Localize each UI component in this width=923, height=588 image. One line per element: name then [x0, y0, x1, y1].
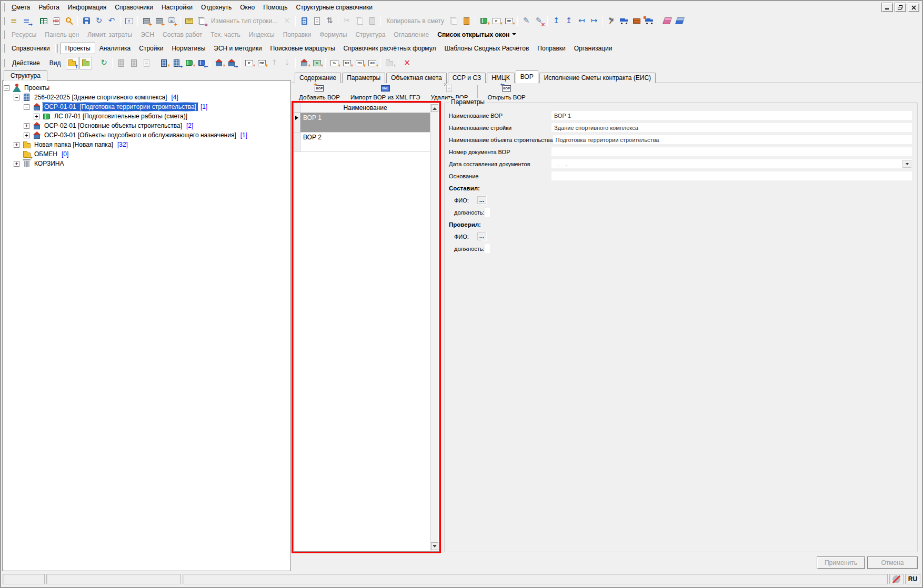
- tab-proekty[interactable]: Проекты: [61, 43, 95, 54]
- view-oglavlenie[interactable]: Оглавление: [389, 29, 433, 40]
- tree-node-ls-07-01[interactable]: +ЛС 07-01 [Подготовительные работы (смет…: [4, 111, 289, 121]
- tab-parametry[interactable]: Параметры: [342, 73, 385, 83]
- toolbar-grip[interactable]: [2, 3, 5, 12]
- add-vor-button[interactable]: ВОР+Добавить ВОР: [294, 83, 345, 101]
- view-resursy[interactable]: Ресурсы: [7, 29, 41, 40]
- copy-icon[interactable]: [353, 15, 366, 27]
- view-sostav-rabot[interactable]: Состав работ: [158, 29, 206, 40]
- undo-icon[interactable]: ↶: [105, 15, 118, 27]
- apply-button[interactable]: Применить: [817, 556, 865, 569]
- tree-node-osr-03-01[interactable]: +ОСР-03-01 [Объекты подсобного и обслужи…: [4, 130, 289, 140]
- view-formuly[interactable]: Формулы: [315, 29, 351, 40]
- search-icon[interactable]: [63, 15, 75, 27]
- menu-vid[interactable]: Вид: [45, 57, 66, 69]
- paste-to-estimate-icon[interactable]: [460, 15, 473, 27]
- field-naimenovanie-obekta-input[interactable]: Подготовка территории строительства: [553, 135, 912, 144]
- menu-nastroyki[interactable]: Настройки: [157, 2, 197, 13]
- scroll-down-icon[interactable]: [431, 542, 438, 550]
- tab-shablony-svodnyh-raschetov[interactable]: Шаблоны Сводных Расчётов: [440, 43, 533, 54]
- vor-list-column-header[interactable]: Наименование: [300, 103, 430, 113]
- field-naimenovanie-vor-input[interactable]: ВОР 1: [551, 111, 912, 120]
- catalog-blue-icon[interactable]: [673, 15, 686, 27]
- move-level-up-icon[interactable]: ↥: [550, 15, 563, 27]
- tab-ssr-i-sz[interactable]: ССР и СЗ: [448, 73, 486, 83]
- cancel-button[interactable]: Отмена: [867, 556, 918, 569]
- add-comment-icon[interactable]: +: [165, 15, 178, 27]
- menu-otdohnut[interactable]: Отдохнуть: [197, 2, 236, 13]
- building-info-icon[interactable]: [115, 57, 127, 69]
- row-selector-cell[interactable]: [294, 133, 300, 151]
- tab-stroyki[interactable]: Стройки: [135, 43, 167, 54]
- folder-view-icon[interactable]: [79, 57, 92, 69]
- tree-expander-icon[interactable]: −: [14, 95, 19, 100]
- view-spisok-otkrytyh-okon[interactable]: Список открытых окон: [433, 29, 520, 40]
- tree-node-osr-01-01[interactable]: −ОСР-01-01 [Подготовка территории строит…: [4, 102, 289, 111]
- toolbar-grip[interactable]: [55, 44, 58, 53]
- tree-expander-icon[interactable]: +: [24, 133, 29, 138]
- tree-node-korzina[interactable]: +КОРЗИНА: [4, 159, 289, 168]
- field-sostavil-fio-browse-button[interactable]: …: [477, 196, 486, 204]
- field-naimenovanie-stroyki-input[interactable]: Здание спортивного комплекса: [551, 123, 912, 132]
- export-object-estimate-icon[interactable]: →: [170, 57, 183, 69]
- field-osnovanie-input[interactable]: [551, 171, 912, 180]
- current-price-level-icon[interactable]: ПР*: [503, 15, 515, 27]
- send-estimate-icon[interactable]: [183, 15, 195, 27]
- tab-poiskovye-marshruty[interactable]: Поисковые маршруты: [266, 43, 339, 54]
- menu-smeta[interactable]: Смета: [7, 2, 34, 13]
- tab-popravki[interactable]: Поправки: [533, 43, 569, 54]
- move-structure-icon[interactable]: ≡→: [20, 15, 33, 27]
- tree-expander-icon[interactable]: −: [4, 85, 9, 91]
- menu-strukturnye-spravochniki[interactable]: Структурные справочники: [292, 2, 377, 13]
- vor-list-row[interactable]: ВОР 2: [294, 133, 430, 152]
- field-nomer-dokumenta-vor-input[interactable]: [551, 147, 912, 156]
- folder-up-icon[interactable]: ↑: [66, 57, 78, 69]
- tree-expander-icon[interactable]: +: [14, 142, 19, 148]
- tab-organizatsii[interactable]: Организации: [570, 43, 617, 54]
- tree-node-osr-02-01[interactable]: +ОСР-02-01 [Основные объекты строительст…: [4, 121, 289, 130]
- import-vor-xml-button[interactable]: XMLИмпорт ВОР из XML ГГЭ: [345, 83, 426, 101]
- move-right-icon[interactable]: ↦: [588, 15, 600, 27]
- toolbar-grip[interactable]: [2, 59, 5, 67]
- field-sostavil-dolzhnost-input[interactable]: [485, 208, 490, 217]
- tab-obektnaya-smeta[interactable]: Объектная смета: [386, 73, 447, 83]
- unlock-row-icon[interactable]: ↥: [123, 15, 135, 27]
- menu-informatsiya[interactable]: Информация: [64, 2, 111, 13]
- delivery-icon[interactable]: ▪: [643, 15, 656, 27]
- signature-clear-icon[interactable]: ✎×: [533, 15, 545, 27]
- import-estimate-icon[interactable]: ←: [195, 57, 208, 69]
- current-prices-icon[interactable]: ПР*: [255, 57, 268, 69]
- constructions-group-icon[interactable]: *: [298, 57, 310, 69]
- toolbar-grip[interactable]: [2, 17, 5, 25]
- pz-settings-icon[interactable]: ПЗ*: [353, 57, 366, 69]
- folder-settings-icon[interactable]: *: [383, 57, 396, 69]
- view-esn[interactable]: ЭСН: [136, 29, 158, 40]
- view-panel-tsen[interactable]: Панель цен: [41, 29, 83, 40]
- save-icon[interactable]: [80, 15, 93, 27]
- view-teh-chast[interactable]: Тех. часть: [206, 29, 244, 40]
- move-left-icon[interactable]: ↤: [575, 15, 588, 27]
- tree-expander-icon[interactable]: +: [24, 123, 29, 129]
- pdf-export-icon[interactable]: PDF: [50, 15, 63, 27]
- view-limit-zatraty[interactable]: Лимит. затраты: [83, 29, 136, 40]
- summary-percent-icon[interactable]: %*: [310, 57, 323, 69]
- menu-deystvie[interactable]: Действие: [7, 57, 45, 69]
- copy-structure-icon[interactable]: ▪: [195, 15, 208, 27]
- field-proveril-dolzhnost-input[interactable]: [485, 244, 490, 253]
- restore-button[interactable]: [895, 3, 906, 12]
- move-top-icon[interactable]: ↥: [563, 15, 575, 27]
- m2-settings-icon[interactable]: М2*: [340, 57, 353, 69]
- move-up-icon[interactable]: ↑: [268, 57, 280, 69]
- base-prices-icon[interactable]: P*: [243, 57, 255, 69]
- tab-spravochniki[interactable]: Справочники: [7, 43, 54, 54]
- field-proveril-fio-input[interactable]: …: [481, 232, 487, 241]
- row-selector-cell[interactable]: [294, 113, 300, 132]
- calculator-icon[interactable]: [298, 15, 310, 27]
- view-indeksy[interactable]: Индексы: [245, 29, 279, 40]
- field-proveril-fio-browse-button[interactable]: …: [477, 232, 486, 240]
- export-construction-icon[interactable]: →: [225, 57, 238, 69]
- tree-node-novaya-papka[interactable]: +Новая папка [Новая папка][32]: [4, 140, 289, 149]
- coefficients-book-icon[interactable]: *: [477, 15, 490, 27]
- tree-node-256-02-2025[interactable]: −256-02-2025 [Здание спортивного комплек…: [4, 93, 289, 102]
- cut-icon[interactable]: ✂: [340, 15, 353, 27]
- tab-ispolnenie-smety-kontrakta[interactable]: Исполнение Сметы контракта (ЕИС): [539, 73, 656, 83]
